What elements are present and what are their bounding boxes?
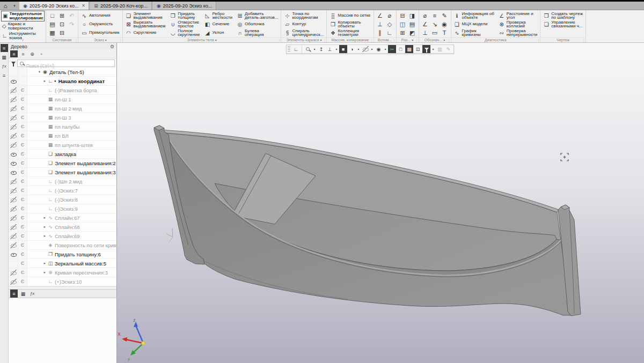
ribbon-button[interactable]: ○Окружность xyxy=(80,20,120,28)
visibility-cell[interactable] xyxy=(9,140,18,149)
home-icon[interactable]: ⌂ xyxy=(0,2,11,10)
dropdown-caret-icon[interactable]: ▾ xyxy=(383,47,387,51)
selection-icon[interactable]: ▫ xyxy=(38,50,45,57)
visibility-cell[interactable] xyxy=(9,268,18,277)
group-options-icon[interactable]: ⋮ xyxy=(393,38,396,42)
exclude-cell[interactable]: Є xyxy=(18,150,27,158)
visibility-cell[interactable] xyxy=(9,122,18,131)
tree-item[interactable]: Є▸∿Сплайн:69 xyxy=(9,232,116,241)
box-view-icon[interactable]: □ xyxy=(397,45,405,53)
tool-icon[interactable]: ∥ xyxy=(376,29,384,37)
exclude-cell[interactable]: Є xyxy=(18,250,27,258)
eye-icon[interactable] xyxy=(10,160,17,166)
exclude-cell[interactable]: Є xyxy=(18,259,27,268)
ribbon-button[interactable]: ▱Контур xyxy=(283,20,324,28)
exclude-cell[interactable]: Є xyxy=(18,195,27,204)
ribbon-button[interactable]: ℹИнформация об объекте xyxy=(453,11,495,20)
tree-item[interactable]: Є▸⊗Кривая пересечения:3 xyxy=(9,268,116,277)
tool-icon[interactable]: ∟ xyxy=(386,29,394,37)
edit-view-icon[interactable]: ✎ xyxy=(444,45,452,53)
document-tab[interactable]: ◉2025-09-20 Эскиз ко...× xyxy=(19,2,89,10)
tool-icon[interactable]: ⊟ xyxy=(58,29,66,37)
display-style-icon[interactable]: ◑ xyxy=(348,45,356,53)
parameters-panel-icon[interactable]: ▦ xyxy=(1,53,8,61)
exclude-cell[interactable]: Є xyxy=(18,213,27,222)
exclude-cell[interactable]: Є xyxy=(18,268,27,277)
ribbon-button[interactable]: ∩Булева операция xyxy=(236,28,279,37)
tool-icon[interactable]: T xyxy=(441,29,449,37)
pattern-view-icon[interactable]: ▩ xyxy=(405,45,413,53)
clip-view-icon[interactable]: ◉ xyxy=(375,45,383,53)
visibility-cell[interactable] xyxy=(9,223,18,231)
group-caret-icon[interactable]: ▾ xyxy=(105,38,107,42)
eye-off-icon[interactable] xyxy=(10,233,17,239)
ribbon-button[interactable]: ∪Отверстие простое xyxy=(169,20,200,28)
visibility-cell[interactable] xyxy=(9,232,18,240)
tree-item[interactable]: Є❏Элемент выдавливания:3 xyxy=(9,168,116,177)
ribbon-button[interactable]: ❖Коллекция геометрии xyxy=(329,28,371,37)
exclude-cell[interactable]: Є xyxy=(18,104,27,113)
group-caret-icon[interactable]: ▾ xyxy=(412,38,413,42)
tree-item[interactable]: Є▦пл ВЛ xyxy=(9,131,116,140)
eye-off-icon[interactable] xyxy=(10,224,17,230)
ribbon-mode-item[interactable]: ▣Твердотельное моделирование xyxy=(1,11,45,21)
ribbon-button[interactable]: §Спираль цилиндрическ... xyxy=(283,28,324,37)
ribbon-button[interactable]: ⊞Добавить деталь-заготов... xyxy=(236,11,279,20)
tool-icon[interactable]: ⊞ xyxy=(399,29,407,37)
eye-icon[interactable] xyxy=(10,251,17,257)
tree-item[interactable]: Є▦пл-Ш 1 xyxy=(9,95,116,104)
toolbar-grip[interactable] xyxy=(288,46,290,52)
group-options-icon[interactable]: ⋮ xyxy=(537,38,539,42)
ribbon-button[interactable]: ❑МЦХ модели xyxy=(453,20,495,28)
visibility-cell[interactable] xyxy=(9,95,18,103)
dropdown-caret-icon[interactable]: ▾ xyxy=(370,47,374,51)
visibility-cell[interactable] xyxy=(9,241,18,249)
tree-item[interactable]: Є▦пл-Ш 2 мид xyxy=(9,104,116,113)
expand-arrow-icon[interactable]: ▸ xyxy=(42,225,47,229)
ribbon-mode-item[interactable]: ◇Каркас и поверхности xyxy=(1,21,45,31)
tree-item[interactable]: Є❏Элемент выдавливания:2 xyxy=(9,159,116,168)
eye-off-icon[interactable] xyxy=(10,142,17,148)
view-orientation-icon[interactable]: ⊥ xyxy=(326,45,334,53)
exclude-cell[interactable]: Є xyxy=(18,95,27,103)
group-caret-icon[interactable]: ▾ xyxy=(443,38,445,42)
dropdown-caret-icon[interactable]: ▾ xyxy=(431,47,435,51)
exclude-cell[interactable]: Є xyxy=(18,186,27,195)
exclude-cell[interactable]: Є xyxy=(18,223,27,231)
tool-icon[interactable]: ◉ xyxy=(441,20,449,28)
dropdown-caret-icon[interactable]: ▾ xyxy=(312,47,317,51)
visibility-cell[interactable] xyxy=(9,186,18,195)
boat-hull[interactable] xyxy=(154,125,581,316)
expand-arrow-icon[interactable]: ▾ xyxy=(37,70,42,74)
ribbon-button[interactable]: ∠Расстояние и угол xyxy=(498,11,538,20)
eye-off-icon[interactable] xyxy=(10,97,17,102)
shaded-view-icon[interactable]: ■ xyxy=(339,45,347,53)
eye-off-icon[interactable] xyxy=(10,133,17,139)
tool-icon[interactable]: ⊞ xyxy=(58,12,66,20)
visibility-cell[interactable] xyxy=(9,159,18,167)
variables-panel-icon[interactable]: ƒx xyxy=(1,62,8,70)
tool-icon[interactable]: ⊡ xyxy=(58,20,66,28)
ribbon-button[interactable]: ∿График кривизны xyxy=(453,28,495,37)
tool-icon[interactable]: □ xyxy=(48,12,56,20)
exclude-cell[interactable]: Є xyxy=(18,277,27,286)
ribbon-button[interactable]: ◺Ребро жесткости xyxy=(203,11,233,20)
tree-item[interactable]: Є∟(-)Шп 2 мид xyxy=(9,177,116,186)
document-tab[interactable]: ⊞2025-09-20 Коч-кор... xyxy=(90,2,151,10)
visibility-cell[interactable] xyxy=(9,204,18,213)
expand-arrow-icon[interactable]: ▸ xyxy=(42,234,47,238)
ribbon-button[interactable]: ⊠Вырезать выдавливанием xyxy=(125,20,166,28)
tool-icon[interactable]: ▤ xyxy=(48,20,56,28)
eye-off-icon[interactable] xyxy=(10,270,17,276)
group-options-icon[interactable]: ⋮ xyxy=(448,38,450,42)
ribbon-button[interactable]: ◧Сечение xyxy=(203,20,233,28)
tool-icon[interactable]: ⌀ xyxy=(386,12,394,20)
exclude-cell[interactable]: Є xyxy=(18,86,27,94)
expand-arrow-icon[interactable]: ▸ xyxy=(42,261,47,265)
eye-icon[interactable] xyxy=(10,169,17,175)
group-caret-icon[interactable]: ▾ xyxy=(215,38,217,42)
exclude-cell[interactable]: Є xyxy=(18,232,27,240)
exclude-cell[interactable]: Є xyxy=(18,122,27,131)
tool-icon[interactable]: ▦ xyxy=(48,29,56,37)
group-options-icon[interactable]: ⋮ xyxy=(582,38,585,42)
